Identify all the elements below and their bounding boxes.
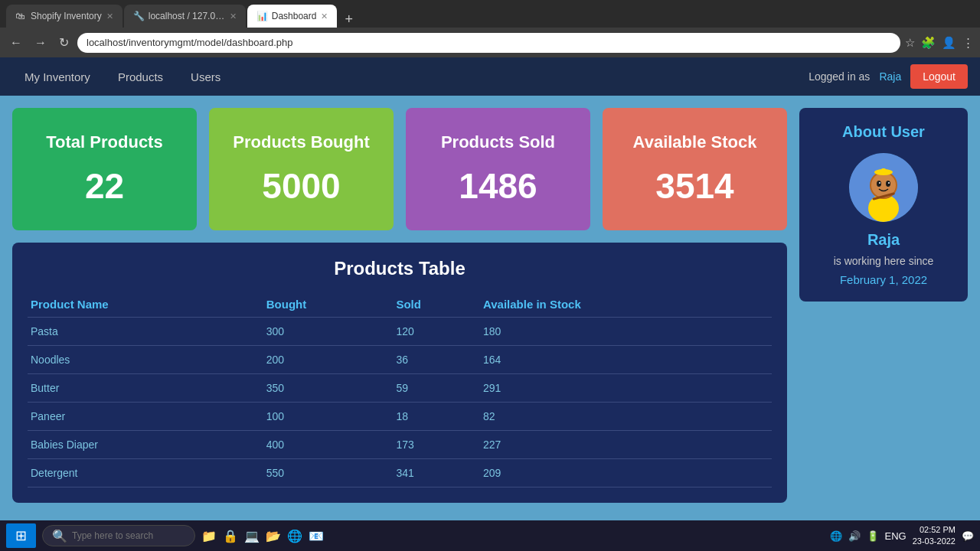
nav-username: Raja bbox=[879, 70, 901, 83]
table-section: Products Table Product Name Bought Sold … bbox=[12, 243, 787, 503]
cell-product-name: Noodles bbox=[28, 346, 263, 374]
notification-icon[interactable]: 💬 bbox=[962, 530, 974, 542]
logged-in-label: Logged in as bbox=[808, 70, 870, 83]
stat-value-total-products: 22 bbox=[85, 165, 124, 207]
tab-label-1: Shopify Inventory bbox=[31, 11, 102, 21]
browser-tab-1[interactable]: 🛍 Shopify Inventory ✕ bbox=[6, 5, 122, 28]
svg-point-5 bbox=[886, 181, 890, 187]
svg-point-7 bbox=[888, 182, 890, 184]
tab-close-1[interactable]: ✕ bbox=[106, 11, 113, 21]
taskbar-search-input[interactable] bbox=[72, 530, 179, 541]
stat-card-total-products: Total Products 22 bbox=[12, 108, 197, 230]
about-user-since-date: February 1, 2022 bbox=[840, 273, 927, 286]
stat-card-products-bought: Products Bought 5000 bbox=[209, 108, 394, 230]
cell-sold: 120 bbox=[393, 318, 480, 346]
browser-tabs: 🛍 Shopify Inventory ✕ 🔧 localhost / 127.… bbox=[0, 0, 980, 28]
browser-tab-2[interactable]: 🔧 localhost / 127.0.0.1 / inventory... ✕ bbox=[124, 5, 246, 28]
refresh-button[interactable]: ↻ bbox=[55, 34, 73, 51]
extensions-icon[interactable]: 🧩 bbox=[921, 36, 936, 50]
cell-bought: 200 bbox=[263, 346, 394, 374]
cell-available: 164 bbox=[480, 346, 772, 374]
stat-value-products-bought: 5000 bbox=[262, 165, 340, 207]
cell-available: 291 bbox=[480, 374, 772, 403]
tab-close-2[interactable]: ✕ bbox=[230, 11, 237, 21]
left-section: Total Products 22 Products Bought 5000 P… bbox=[12, 108, 787, 539]
search-icon: 🔍 bbox=[52, 529, 67, 543]
bookmark-icon[interactable]: ☆ bbox=[905, 36, 915, 50]
address-input[interactable] bbox=[77, 33, 900, 53]
taskbar-browser-icon[interactable]: 🌐 bbox=[287, 529, 302, 543]
stat-label-products-bought: Products Bought bbox=[233, 132, 369, 154]
tab-favicon-2: 🔧 bbox=[133, 11, 144, 21]
new-tab-button[interactable]: + bbox=[338, 11, 359, 28]
stat-label-available-stock: Available Stock bbox=[633, 132, 757, 154]
cell-bought: 350 bbox=[263, 374, 394, 403]
taskbar-file-icon[interactable]: 📁 bbox=[201, 529, 217, 543]
col-header-available: Available in Stock bbox=[480, 292, 772, 318]
nav-users[interactable]: Users bbox=[178, 64, 233, 90]
cell-sold: 18 bbox=[393, 403, 480, 431]
taskbar: ⊞ 🔍 📁 🔒 💻 📂 🌐 📧 🌐 🔊 🔋 ENG 02:52 PM 23-03… bbox=[0, 520, 980, 551]
nav-my-inventory[interactable]: My Inventory bbox=[12, 64, 103, 90]
stat-label-total-products: Total Products bbox=[46, 132, 162, 154]
taskbar-app1-icon[interactable]: 📂 bbox=[266, 529, 281, 543]
menu-icon[interactable]: ⋮ bbox=[962, 36, 974, 50]
table-row: Butter 350 59 291 bbox=[28, 374, 772, 403]
tab-label-2: localhost / 127.0.0.1 / inventory... bbox=[149, 11, 225, 21]
cell-product-name: Paneer bbox=[28, 403, 263, 431]
forward-button[interactable]: → bbox=[31, 34, 51, 51]
main-content: Total Products 22 Products Bought 5000 P… bbox=[0, 96, 980, 551]
nav-right: Logged in as Raja Logout bbox=[808, 64, 968, 89]
back-button[interactable]: ← bbox=[6, 34, 26, 51]
navbar: My Inventory Products Users Logged in as… bbox=[0, 57, 980, 96]
cell-available: 227 bbox=[480, 431, 772, 459]
table-row: Detergent 550 341 209 bbox=[28, 459, 772, 487]
taskbar-system-tray: 🌐 🔊 🔋 ENG 02:52 PM 23-03-2022 💬 bbox=[830, 524, 974, 548]
start-button[interactable]: ⊞ bbox=[6, 523, 36, 548]
taskbar-mail-icon[interactable]: 📧 bbox=[309, 529, 324, 543]
browser-tab-3[interactable]: 📊 Dashboard ✕ bbox=[247, 5, 338, 28]
logout-button[interactable]: Logout bbox=[910, 64, 968, 89]
about-user-username: Raja bbox=[867, 231, 900, 249]
lang-indicator: ENG bbox=[885, 530, 906, 542]
cell-bought: 100 bbox=[263, 403, 394, 431]
stats-row: Total Products 22 Products Bought 5000 P… bbox=[12, 108, 787, 230]
cell-product-name: Babies Diaper bbox=[28, 431, 263, 459]
about-user-since-label: is working here since bbox=[834, 255, 934, 267]
tab-close-3[interactable]: ✕ bbox=[321, 11, 328, 21]
table-row: Paneer 100 18 82 bbox=[28, 403, 772, 431]
browser-address-bar-container: ← → ↻ ☆ 🧩 👤 ⋮ bbox=[0, 28, 980, 57]
table-row: Noodles 200 36 164 bbox=[28, 346, 772, 374]
browser-chrome: 🛍 Shopify Inventory ✕ 🔧 localhost / 127.… bbox=[0, 0, 980, 57]
tab-favicon-1: 🛍 bbox=[15, 11, 26, 21]
taskbar-lock-icon[interactable]: 🔒 bbox=[223, 529, 238, 543]
stat-value-products-sold: 1486 bbox=[459, 165, 537, 207]
cell-sold: 59 bbox=[393, 374, 480, 403]
col-header-sold: Sold bbox=[393, 292, 480, 318]
svg-point-4 bbox=[877, 181, 881, 187]
cell-available: 82 bbox=[480, 403, 772, 431]
table-title: Products Table bbox=[28, 258, 772, 279]
taskbar-search[interactable]: 🔍 bbox=[42, 525, 195, 546]
cell-sold: 341 bbox=[393, 459, 480, 487]
cell-product-name: Butter bbox=[28, 374, 263, 403]
profile-icon[interactable]: 👤 bbox=[942, 36, 956, 50]
table-row: Pasta 300 120 180 bbox=[28, 318, 772, 346]
taskbar-terminal-icon[interactable]: 💻 bbox=[244, 529, 260, 543]
taskbar-time-display: 02:52 PM bbox=[913, 524, 956, 536]
stat-card-products-sold: Products Sold 1486 bbox=[406, 108, 590, 230]
cell-available: 180 bbox=[480, 318, 772, 346]
cell-sold: 36 bbox=[393, 346, 480, 374]
cell-product-name: Pasta bbox=[28, 318, 263, 346]
products-table: Product Name Bought Sold Available in St… bbox=[28, 292, 772, 487]
tab-favicon-3: 📊 bbox=[256, 11, 267, 21]
browser-icons: ☆ 🧩 👤 ⋮ bbox=[905, 36, 974, 50]
cell-sold: 173 bbox=[393, 431, 480, 459]
taskbar-date-display: 23-03-2022 bbox=[913, 536, 956, 547]
nav-products[interactable]: Products bbox=[106, 64, 175, 90]
tab-label-3: Dashboard bbox=[272, 11, 317, 21]
cell-product-name: Detergent bbox=[28, 459, 263, 487]
cell-bought: 300 bbox=[263, 318, 394, 346]
cell-available: 209 bbox=[480, 459, 772, 487]
col-header-bought: Bought bbox=[263, 292, 394, 318]
